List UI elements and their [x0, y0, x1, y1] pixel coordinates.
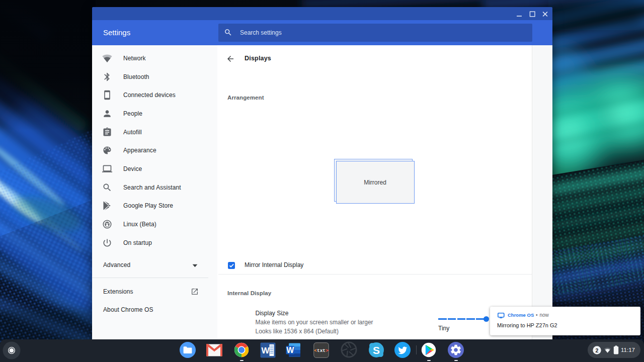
svg-text:<txt>: <txt> [314, 348, 329, 353]
svg-text:2: 2 [596, 347, 599, 353]
svg-text:S: S [373, 344, 380, 356]
svg-text:W: W [261, 346, 270, 355]
svg-text:W: W [286, 346, 294, 354]
